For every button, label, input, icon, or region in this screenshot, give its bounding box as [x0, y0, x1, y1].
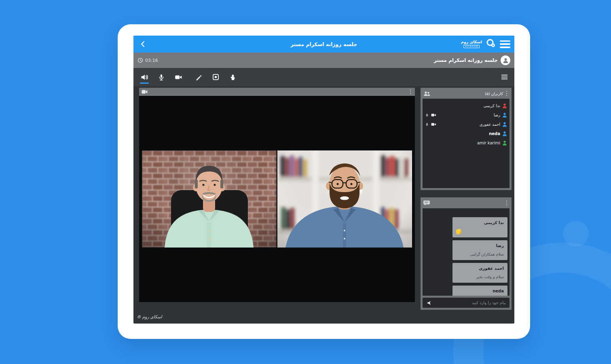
video-feed-bookshelf[interactable] — [277, 150, 412, 248]
timer-value: 03:16 — [145, 58, 158, 63]
layout-list-button[interactable] — [500, 73, 509, 81]
person-status-icon — [502, 103, 507, 108]
status-bar: 03:16 جلسه روزانه اسکرام مستر — [133, 53, 514, 68]
person-status-icon — [502, 122, 507, 127]
page-title: جلسه روزانه اسکرام مستر — [291, 41, 357, 47]
brand-name-fa: اسکای روم — [461, 40, 482, 44]
chat-message[interactable]: احمد غفوری سلام و وقت بخیر — [452, 263, 507, 283]
participants-menu[interactable] — [505, 91, 509, 96]
person-status-icon — [502, 112, 507, 118]
video-feed-brick-wall[interactable] — [142, 150, 277, 248]
chat-message[interactable]: رضا سلام همکاران گرامی — [452, 240, 507, 260]
participant-row[interactable]: رضا — [423, 110, 510, 120]
participant-row[interactable]: neda — [423, 129, 510, 138]
chevron-left-icon — [140, 41, 146, 47]
camera-panel-icon — [142, 89, 148, 94]
speaker-button[interactable] — [137, 70, 151, 84]
brand-name-en: SKYROOM — [463, 45, 480, 49]
send-icon — [426, 300, 432, 306]
draw-button[interactable] — [192, 70, 205, 84]
brand-logo-icon — [486, 38, 496, 50]
chat-message[interactable]: ندا کریمی — [452, 217, 507, 237]
microphone-icon — [157, 73, 165, 82]
participant-name: رضا — [494, 113, 500, 117]
camera-on-icon — [431, 113, 436, 117]
message-author: رضا — [456, 243, 504, 248]
room-info: جلسه روزانه اسکرام مستر — [434, 55, 510, 65]
message-author: احمد غفوری — [456, 266, 504, 271]
send-button[interactable] — [425, 300, 432, 306]
back-button[interactable] — [137, 39, 148, 49]
skyroom-watermark: اسکای روم ® — [137, 314, 162, 319]
participant-name: احمد غفوری — [480, 122, 500, 127]
hand-icon — [228, 73, 237, 81]
video-camera-icon — [174, 73, 183, 82]
camera-on-icon — [431, 122, 436, 127]
video-panel — [139, 88, 415, 302]
video-panel-header — [139, 88, 415, 96]
menu-button[interactable] — [500, 40, 510, 48]
chat-panel: ندا کریمی رضا سلام همکاران گرامی احمد غف… — [421, 197, 512, 310]
right-sidebar: کاربران (۵) ندا کریمی — [421, 88, 512, 310]
speaker-icon — [140, 73, 149, 82]
participants-panel: کاربران (۵) ندا کریمی — [421, 88, 512, 190]
screen-share-button[interactable] — [209, 70, 222, 84]
brand-logo-text: اسکای روم SKYROOM — [461, 40, 482, 48]
desktop-background: جلسه روزانه اسکرام مستر اسکای روم SKYROO… — [0, 0, 611, 364]
video-panel-menu[interactable] — [408, 89, 412, 95]
background-brand-dot — [563, 221, 589, 247]
chat-menu[interactable] — [505, 200, 509, 206]
message-author: neda — [456, 289, 504, 294]
header-right-group: اسکای روم SKYROOM — [461, 36, 510, 53]
list-icon — [501, 74, 508, 80]
participant-row[interactable]: amir karimi — [423, 138, 510, 148]
mic-on-icon — [425, 122, 429, 127]
message-text: سلام همکاران گرامی — [456, 252, 504, 257]
message-input[interactable] — [432, 300, 507, 305]
chat-header — [423, 199, 510, 207]
raise-hand-button[interactable] — [226, 70, 239, 84]
participant-row[interactable]: ندا کریمی — [423, 101, 510, 110]
microphone-button[interactable] — [154, 70, 168, 84]
participant-name: neda — [489, 131, 500, 136]
participants-title: کاربران (۵) — [485, 91, 503, 96]
person-status-icon — [502, 140, 507, 146]
app-screen: جلسه روزانه اسکرام مستر اسکای روم SKYROO… — [133, 36, 514, 324]
participant-name: amir karimi — [477, 141, 500, 145]
chat-input-bar — [423, 298, 510, 308]
clock-icon — [137, 57, 143, 63]
participants-header: کاربران (۵) — [423, 90, 510, 97]
participant-name: ندا کریمی — [484, 104, 500, 108]
user-avatar-icon[interactable] — [501, 55, 510, 65]
chat-messages: ندا کریمی رضا سلام همکاران گرامی احمد غف… — [423, 208, 510, 296]
message-text: سلام و وقت بخیر — [456, 275, 504, 279]
room-title: جلسه روزانه اسکرام مستر — [434, 57, 498, 63]
media-toolbar — [133, 68, 514, 86]
screen-record-icon — [211, 73, 220, 81]
app-header: جلسه روزانه اسکرام مستر اسکای روم SKYROO… — [133, 36, 514, 53]
main-area: اسکای روم ® کاربران (۵) ندا کریمی — [133, 86, 514, 324]
message-author: ندا کریمی — [456, 220, 504, 225]
video-body — [139, 96, 415, 302]
pen-icon — [195, 73, 203, 81]
mic-on-icon — [425, 113, 429, 118]
camera-button[interactable] — [171, 70, 185, 84]
participants-list: ندا کریمی رضا — [423, 99, 510, 188]
person-status-icon — [502, 131, 507, 136]
participant-row[interactable]: احمد غفوری — [423, 120, 510, 129]
chat-bubble-icon — [423, 200, 430, 206]
session-timer: 03:16 — [137, 57, 158, 63]
thumbs-up-emoji — [456, 229, 462, 235]
people-icon — [423, 91, 430, 96]
chat-message[interactable]: neda — [452, 286, 507, 296]
